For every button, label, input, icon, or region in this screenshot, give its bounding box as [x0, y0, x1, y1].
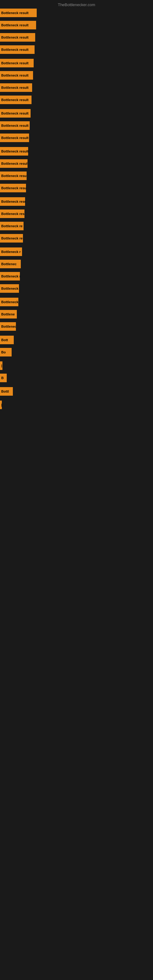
bottleneck-bar-15[interactable]: Bottleneck result: [0, 184, 26, 192]
bottleneck-bar-28[interactable]: Bo: [0, 348, 12, 356]
bottleneck-bar-30[interactable]: B: [0, 374, 7, 382]
bar-label-17: Bottleneck result: [1, 212, 24, 216]
bar-row-3: Bottleneck result: [0, 33, 35, 41]
bar-row-15: Bottleneck result: [0, 184, 26, 192]
bar-label-27: Bott: [1, 338, 8, 342]
bar-label-32: |: [1, 403, 2, 407]
bar-row-23: Bottleneck: [0, 284, 19, 293]
bottleneck-bar-7[interactable]: Bottleneck result: [0, 83, 32, 92]
bar-label-1: Bottleneck result: [1, 11, 29, 15]
bar-row-9: Bottleneck result: [0, 109, 30, 118]
bar-row-21: Bottlenec: [0, 260, 21, 268]
bar-label-30: B: [1, 376, 4, 380]
bottleneck-bar-26[interactable]: Bottleneck: [0, 322, 16, 331]
bottleneck-bar-2[interactable]: Bottleneck result: [0, 21, 36, 29]
bar-row-2: Bottleneck result: [0, 21, 36, 29]
bar-row-8: Bottleneck result: [0, 95, 32, 104]
bar-label-21: Bottlenec: [1, 262, 16, 266]
bar-row-10: Bottleneck result: [0, 121, 30, 130]
bar-label-15: Bottleneck result: [1, 186, 26, 190]
bar-row-30: B: [0, 374, 7, 382]
bar-row-4: Bottleneck result: [0, 45, 35, 54]
bottleneck-bar-18[interactable]: Bottleneck re: [0, 222, 24, 230]
bar-label-18: Bottleneck re: [1, 224, 22, 228]
bar-row-32: |: [0, 401, 2, 409]
bottleneck-bar-17[interactable]: Bottleneck result: [0, 210, 24, 218]
bottleneck-bar-6[interactable]: Bottleneck result: [0, 71, 33, 80]
bar-label-13: Bottleneck result: [1, 162, 27, 165]
bottleneck-bar-5[interactable]: Bottleneck result: [0, 59, 33, 67]
bar-row-18: Bottleneck re: [0, 222, 24, 230]
bottleneck-bar-3[interactable]: Bottleneck result: [0, 33, 35, 41]
bar-row-17: Bottleneck result: [0, 210, 24, 218]
bar-row-14: Bottleneck result: [0, 172, 27, 180]
bar-row-25: Bottlene: [0, 310, 17, 318]
bar-row-11: Bottleneck result: [0, 134, 29, 142]
bottleneck-bar-31[interactable]: Bottl: [0, 387, 13, 396]
bar-row-5: Bottleneck result: [0, 59, 33, 67]
bar-row-31: Bottl: [0, 387, 13, 396]
bottleneck-bar-22[interactable]: Bottleneck r: [0, 272, 20, 280]
bar-row-13: Bottleneck result: [0, 159, 27, 168]
bottleneck-bar-9[interactable]: Bottleneck result: [0, 109, 30, 118]
bar-row-6: Bottleneck result: [0, 71, 33, 80]
bar-row-19: Bottleneck result: [0, 234, 23, 243]
bar-row-29: |: [0, 361, 2, 370]
bar-row-20: Bottleneck r: [0, 247, 22, 256]
bottleneck-bar-24[interactable]: Bottleneck res: [0, 298, 18, 306]
bottleneck-bar-1[interactable]: Bottleneck result: [0, 9, 37, 17]
bar-label-29: |: [1, 364, 2, 368]
bottleneck-bar-20[interactable]: Bottleneck r: [0, 247, 22, 256]
bottleneck-bar-8[interactable]: Bottleneck result: [0, 95, 32, 104]
bar-row-24: Bottleneck res: [0, 298, 18, 306]
site-title: TheBottlenecker.com: [0, 2, 153, 7]
bar-label-23: Bottleneck: [1, 286, 18, 290]
bottleneck-bar-10[interactable]: Bottleneck result: [0, 121, 30, 130]
bar-label-19: Bottleneck result: [1, 236, 23, 240]
bar-label-24: Bottleneck res: [1, 300, 18, 304]
bottleneck-bar-13[interactable]: Bottleneck result: [0, 159, 27, 168]
bar-label-11: Bottleneck result: [1, 136, 29, 140]
bar-label-14: Bottleneck result: [1, 174, 27, 178]
bar-row-16: Bottleneck result: [0, 197, 25, 206]
bottleneck-bar-11[interactable]: Bottleneck result: [0, 134, 29, 142]
bar-row-27: Bott: [0, 336, 14, 344]
bar-label-16: Bottleneck result: [1, 200, 25, 204]
bar-label-9: Bottleneck result: [1, 111, 29, 115]
bottleneck-bar-23[interactable]: Bottleneck: [0, 284, 19, 293]
bar-label-20: Bottleneck r: [1, 250, 21, 254]
bar-row-12: Bottleneck result: [0, 147, 28, 156]
bottleneck-bar-27[interactable]: Bott: [0, 336, 14, 344]
bottleneck-bar-32[interactable]: |: [0, 401, 2, 409]
bar-label-26: Bottleneck: [1, 325, 16, 328]
bar-row-7: Bottleneck result: [0, 83, 32, 92]
bar-label-6: Bottleneck result: [1, 73, 29, 77]
bar-row-1: Bottleneck result: [0, 9, 37, 17]
bar-label-7: Bottleneck result: [1, 86, 29, 89]
bar-label-12: Bottleneck result: [1, 150, 28, 153]
bar-label-3: Bottleneck result: [1, 35, 29, 39]
bar-row-26: Bottleneck: [0, 322, 16, 331]
bar-label-4: Bottleneck result: [1, 48, 29, 51]
bottleneck-bar-25[interactable]: Bottlene: [0, 310, 17, 318]
bar-label-8: Bottleneck result: [1, 98, 29, 102]
bottleneck-bar-29[interactable]: |: [0, 361, 2, 370]
bottleneck-bar-12[interactable]: Bottleneck result: [0, 147, 28, 156]
bar-label-10: Bottleneck result: [1, 124, 29, 127]
bottleneck-bar-19[interactable]: Bottleneck result: [0, 234, 23, 243]
bar-label-5: Bottleneck result: [1, 61, 29, 65]
bar-label-2: Bottleneck result: [1, 23, 29, 27]
bar-label-25: Bottlene: [1, 312, 15, 316]
bottleneck-bar-14[interactable]: Bottleneck result: [0, 172, 27, 180]
bottleneck-bar-4[interactable]: Bottleneck result: [0, 45, 35, 54]
bar-label-28: Bo: [1, 350, 6, 354]
bar-row-22: Bottleneck r: [0, 272, 20, 280]
bar-row-28: Bo: [0, 348, 12, 356]
bottleneck-bar-21[interactable]: Bottlenec: [0, 260, 21, 268]
bottleneck-bar-16[interactable]: Bottleneck result: [0, 197, 25, 206]
bar-label-31: Bottl: [1, 390, 9, 393]
bar-label-22: Bottleneck r: [1, 274, 20, 278]
